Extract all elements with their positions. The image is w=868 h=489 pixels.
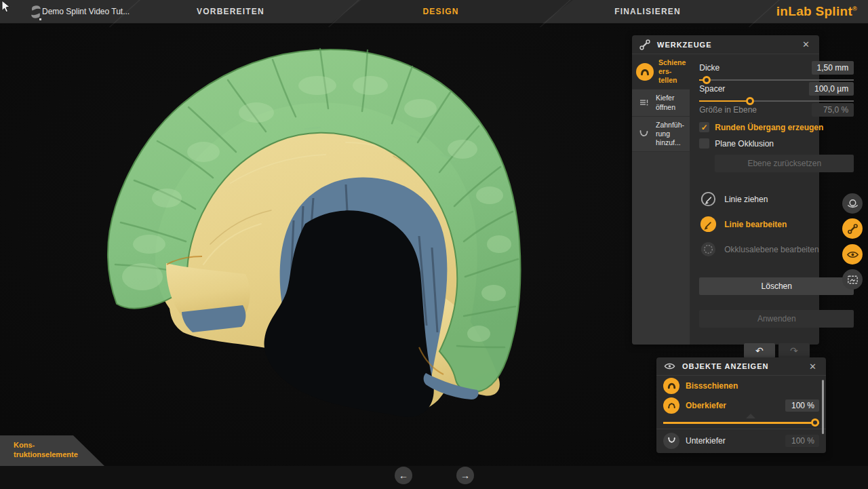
object-row-bissschienen[interactable]: Bissschienen — [656, 376, 826, 395]
eye-icon — [846, 248, 859, 261]
mouse-cursor — [1, 1, 12, 13]
checkbox-plane-okklusion[interactable]: Plane Okklusion — [699, 138, 854, 149]
draw-line-icon — [699, 190, 717, 208]
upper-jaw-icon — [663, 397, 679, 414]
dicke-value-field[interactable]: 1,50 mm — [812, 61, 854, 75]
tab-schiene-erstellen[interactable]: Schiene ers-tellen — [632, 54, 690, 90]
orbit-view-icon — [846, 197, 859, 210]
splint-arch-icon — [663, 378, 679, 394]
orbit-view-button[interactable] — [842, 193, 863, 214]
screenshot-button[interactable] — [842, 269, 863, 290]
object-row-oberkiefer[interactable]: Oberkiefer 100 % — [656, 395, 826, 415]
unterkiefer-opacity-field: 100 % — [785, 435, 819, 447]
undo-button[interactable]: ↶ — [744, 343, 775, 358]
checkbox-unchecked-icon[interactable] — [699, 138, 709, 149]
edit-line-tool[interactable]: Linie bearbeiten — [699, 215, 854, 233]
checkbox-checked-icon[interactable]: ✓ — [699, 122, 709, 132]
next-step-button[interactable]: → — [456, 467, 474, 484]
lower-jaw-icon — [663, 433, 679, 449]
tools-panel: WERKZEUGE ✕ Schiene ers-tellen K — [632, 35, 819, 345]
edit-occlusal-plane-tool[interactable]: Okklusalebene bearbeiten — [699, 240, 854, 258]
guidance-arch-icon — [636, 128, 651, 140]
delete-button[interactable]: Löschen — [699, 277, 854, 295]
oberkiefer-slider-knob[interactable] — [811, 418, 819, 427]
checkbox-runden-uebergang[interactable]: ✓ Runden Übergang erzeugen — [699, 122, 854, 133]
close-icon[interactable]: ✕ — [800, 38, 812, 51]
tab-zahnfuehrung-hinzufuegen[interactable]: Zahnfüh-rung hinzuf... — [632, 117, 690, 152]
dicke-slider-knob[interactable] — [703, 76, 711, 84]
groesse-value-field: 75,0 % — [812, 103, 854, 117]
bottom-bar — [0, 466, 868, 489]
prev-arrow-icon: ← — [399, 470, 408, 481]
edit-line-icon — [699, 215, 717, 233]
spacer-label: Spacer — [699, 84, 725, 94]
divider — [656, 429, 826, 429]
phase-tab-finalisieren[interactable]: FINALISIEREN — [614, 7, 681, 16]
eye-icon — [663, 361, 676, 372]
oberkiefer-opacity-field[interactable]: 100 % — [785, 399, 819, 412]
oberkiefer-opacity-slider[interactable] — [663, 418, 819, 427]
object-row-unterkiefer[interactable]: Unterkiefer 100 % — [656, 431, 826, 450]
tools-tab-column: Schiene ers-tellen Kiefer öffnen Zahnfüh — [632, 54, 690, 345]
objects-panel: OBJEKTE ANZEIGEN ✕ Bissschienen Oberkief… — [656, 357, 826, 453]
tools-panel-title: WERKZEUGE — [657, 41, 800, 49]
splint-arch-icon — [636, 63, 654, 81]
wrench-icon — [639, 39, 651, 51]
show-objects-button[interactable] — [842, 244, 863, 265]
groesse-label: Größe in Ebene — [699, 105, 757, 115]
objects-panel-header: OBJEKTE ANZEIGEN ✕ — [656, 357, 826, 376]
objects-panel-title: OBJEKTE ANZEIGEN — [682, 362, 806, 370]
title-indicator-dot — [39, 18, 41, 20]
tools-toggle-button[interactable] — [842, 218, 863, 239]
spacer-value-field[interactable]: 100,0 µm — [809, 82, 854, 96]
redo-button[interactable]: ↷ — [778, 343, 810, 358]
slider-notch — [746, 414, 755, 418]
phase-tab-design[interactable]: DESIGN — [422, 7, 458, 16]
draw-line-tool[interactable]: Linie ziehen — [699, 190, 854, 208]
apply-button[interactable]: Anwenden — [699, 310, 854, 328]
articulator-icon — [636, 97, 651, 109]
reset-plane-button[interactable]: Ebene zurücksetzen — [715, 155, 854, 172]
wrench-icon — [847, 223, 859, 235]
next-arrow-icon: → — [460, 470, 470, 481]
occlusal-plane-icon — [699, 240, 717, 258]
spacer-slider-knob[interactable] — [746, 97, 754, 105]
previous-step-button[interactable]: ← — [395, 467, 412, 484]
tab-kiefer-oeffnen[interactable]: Kiefer öffnen — [632, 90, 690, 116]
document-title: Demo Splint Video Tut... — [42, 7, 130, 16]
close-icon[interactable]: ✕ — [806, 360, 819, 373]
top-bar: Demo Splint Video Tut... VORBEREITEN DES… — [0, 0, 868, 24]
tools-panel-header: WERKZEUGE ✕ — [632, 35, 819, 54]
objects-panel-scrollbar[interactable] — [822, 380, 824, 434]
phase-tab-vorbereiten[interactable]: VORBEREITEN — [197, 7, 264, 16]
screenshot-icon — [846, 273, 859, 286]
app-brand: inLab Splint® — [776, 4, 857, 19]
dental-model-3d — [102, 41, 542, 420]
dicke-label: Dicke — [699, 63, 719, 73]
